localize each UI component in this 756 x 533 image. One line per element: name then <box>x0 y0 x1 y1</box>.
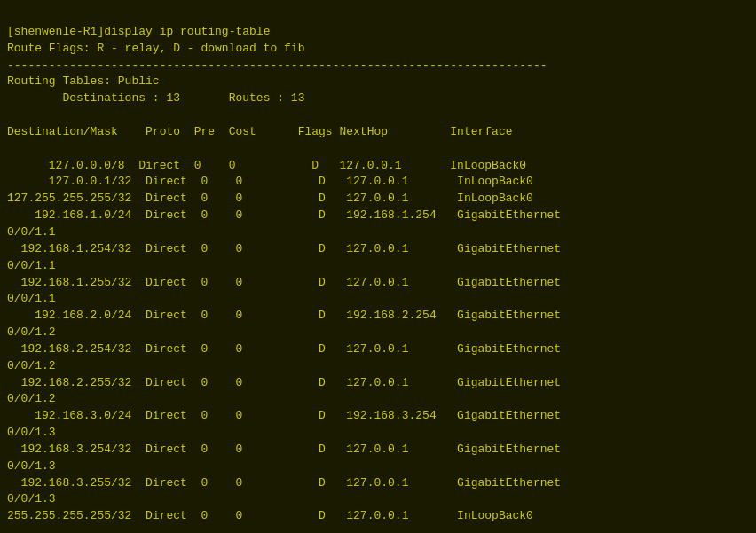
terminal-line: 0/0/1.3 <box>7 425 749 442</box>
terminal-line: 0/0/1.2 <box>7 358 749 375</box>
terminal-line: 192.168.2.254/32 Direct 0 0 D 127.0.0.1 … <box>7 341 749 358</box>
terminal-line: 127.0.0.0/8 Direct 0 0 D 127.0.0.1 InLoo… <box>7 158 749 175</box>
terminal-line: Route Flags: R - relay, D - download to … <box>7 41 749 58</box>
terminal-line: 0/0/1.1 <box>7 291 749 308</box>
terminal-line <box>7 107 749 124</box>
terminal-line: 192.168.1.255/32 Direct 0 0 D 127.0.0.1 … <box>7 275 749 292</box>
terminal-line: 0/0/1.1 <box>7 258 749 275</box>
terminal-line <box>7 141 749 158</box>
terminal-line: 0/0/1.1 <box>7 224 749 241</box>
terminal-line: 192.168.3.254/32 Direct 0 0 D 127.0.0.1 … <box>7 442 749 459</box>
terminal-line: 192.168.1.0/24 Direct 0 0 D 192.168.1.25… <box>7 208 749 224</box>
terminal-line: 0/0/1.3 <box>7 491 749 508</box>
terminal-line: Destinations : 13 Routes : 13 <box>7 90 749 107</box>
terminal-line: 0/0/1.3 <box>7 459 749 475</box>
terminal-line: 192.168.3.255/32 Direct 0 0 D 127.0.0.1 … <box>7 475 749 492</box>
terminal-line: Destination/Mask Proto Pre Cost Flags Ne… <box>7 124 749 141</box>
terminal-line: 127.0.0.1/32 Direct 0 0 D 127.0.0.1 InLo… <box>7 174 749 191</box>
terminal-line: 192.168.1.254/32 Direct 0 0 D 127.0.0.1 … <box>7 241 749 258</box>
terminal-output: [shenwenle-R1]display ip routing-tableRo… <box>7 7 749 525</box>
terminal-line: 0/0/1.2 <box>7 325 749 341</box>
terminal-line: [shenwenle-R1]display ip routing-table <box>7 24 749 41</box>
terminal-line: 0/0/1.2 <box>7 391 749 408</box>
terminal-line: 255.255.255.255/32 Direct 0 0 D 127.0.0.… <box>7 508 749 525</box>
terminal-line: 127.255.255.255/32 Direct 0 0 D 127.0.0.… <box>7 191 749 208</box>
terminal-line: 192.168.2.0/24 Direct 0 0 D 192.168.2.25… <box>7 308 749 325</box>
terminal-line: Routing Tables: Public <box>7 74 749 90</box>
terminal-line: ----------------------------------------… <box>7 58 749 74</box>
terminal-line: 192.168.3.0/24 Direct 0 0 D 192.168.3.25… <box>7 408 749 425</box>
terminal-line: 192.168.2.255/32 Direct 0 0 D 127.0.0.1 … <box>7 375 749 392</box>
